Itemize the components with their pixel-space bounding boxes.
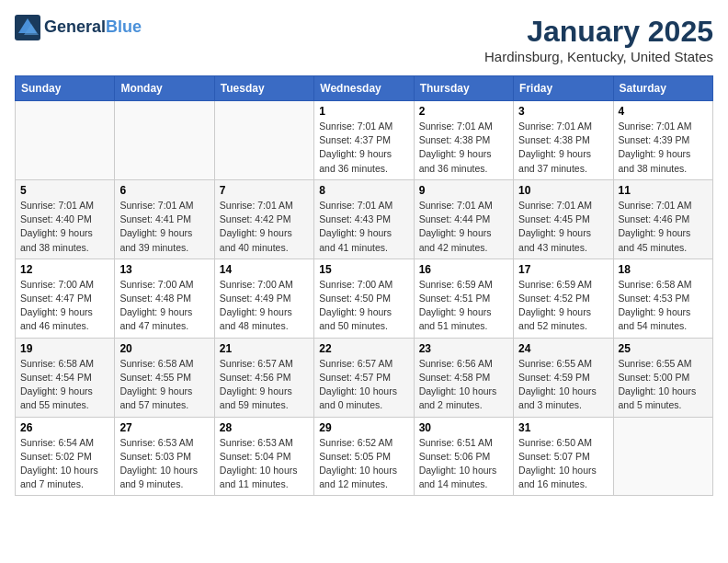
day-info: Sunrise: 6:58 AM Sunset: 4:55 PM Dayligh…	[119, 357, 209, 413]
day-info: Sunrise: 6:52 AM Sunset: 5:05 PM Dayligh…	[319, 436, 408, 492]
calendar-cell: 11Sunrise: 7:01 AM Sunset: 4:46 PM Dayli…	[613, 179, 712, 259]
calendar-cell: 4Sunrise: 7:01 AM Sunset: 4:39 PM Daylig…	[613, 101, 712, 180]
day-info: Sunrise: 7:01 AM Sunset: 4:38 PM Dayligh…	[518, 120, 608, 176]
header-saturday: Saturday	[613, 76, 712, 101]
page-header: GeneralBlue January 2025 Hardinsburg, Ke…	[15, 15, 713, 64]
day-info: Sunrise: 6:58 AM Sunset: 4:54 PM Dayligh…	[20, 357, 109, 413]
title-block: January 2025 Hardinsburg, Kentucky, Unit…	[484, 15, 713, 64]
calendar-cell: 25Sunrise: 6:55 AM Sunset: 5:00 PM Dayli…	[613, 338, 712, 417]
day-number: 9	[419, 184, 508, 197]
calendar-cell: 23Sunrise: 6:56 AM Sunset: 4:58 PM Dayli…	[414, 338, 513, 417]
calendar-cell: 27Sunrise: 6:53 AM Sunset: 5:03 PM Dayli…	[115, 417, 214, 496]
day-number: 8	[319, 184, 408, 197]
calendar-table: SundayMondayTuesdayWednesdayThursdayFrid…	[15, 75, 713, 496]
week-row-5: 26Sunrise: 6:54 AM Sunset: 5:02 PM Dayli…	[16, 417, 713, 496]
day-info: Sunrise: 6:56 AM Sunset: 4:58 PM Dayligh…	[419, 357, 508, 413]
day-info: Sunrise: 6:59 AM Sunset: 4:51 PM Dayligh…	[419, 278, 508, 334]
day-info: Sunrise: 7:01 AM Sunset: 4:37 PM Dayligh…	[319, 120, 408, 176]
calendar-cell: 24Sunrise: 6:55 AM Sunset: 4:59 PM Dayli…	[514, 338, 613, 417]
day-info: Sunrise: 6:51 AM Sunset: 5:06 PM Dayligh…	[419, 436, 508, 492]
calendar-cell: 1Sunrise: 7:01 AM Sunset: 4:37 PM Daylig…	[314, 101, 414, 180]
day-info: Sunrise: 7:01 AM Sunset: 4:46 PM Dayligh…	[619, 199, 708, 255]
week-row-3: 12Sunrise: 7:00 AM Sunset: 4:47 PM Dayli…	[16, 259, 713, 338]
day-number: 19	[20, 342, 109, 355]
day-info: Sunrise: 7:01 AM Sunset: 4:41 PM Dayligh…	[119, 199, 209, 255]
day-number: 18	[619, 263, 708, 276]
day-number: 20	[119, 342, 209, 355]
calendar-cell: 26Sunrise: 6:54 AM Sunset: 5:02 PM Dayli…	[16, 417, 115, 496]
calendar-cell: 16Sunrise: 6:59 AM Sunset: 4:51 PM Dayli…	[414, 259, 513, 338]
day-info: Sunrise: 6:58 AM Sunset: 4:53 PM Dayligh…	[619, 278, 708, 334]
day-number: 15	[319, 263, 408, 276]
day-number: 2	[419, 105, 508, 118]
header-sunday: Sunday	[16, 76, 115, 101]
day-info: Sunrise: 6:57 AM Sunset: 4:56 PM Dayligh…	[220, 357, 309, 413]
calendar-subtitle: Hardinsburg, Kentucky, United States	[484, 49, 713, 64]
day-number: 4	[619, 105, 708, 118]
day-info: Sunrise: 6:55 AM Sunset: 4:59 PM Dayligh…	[518, 357, 608, 413]
week-row-2: 5Sunrise: 7:01 AM Sunset: 4:40 PM Daylig…	[16, 179, 713, 259]
header-friday: Friday	[514, 76, 613, 101]
calendar-cell: 31Sunrise: 6:50 AM Sunset: 5:07 PM Dayli…	[514, 417, 613, 496]
logo-icon	[15, 15, 40, 40]
calendar-cell: 29Sunrise: 6:52 AM Sunset: 5:05 PM Dayli…	[314, 417, 414, 496]
day-number: 5	[20, 184, 109, 197]
day-number: 3	[518, 105, 608, 118]
day-number: 1	[319, 105, 408, 118]
day-info: Sunrise: 6:53 AM Sunset: 5:04 PM Dayligh…	[220, 436, 309, 492]
calendar-cell: 28Sunrise: 6:53 AM Sunset: 5:04 PM Dayli…	[214, 417, 313, 496]
day-number: 6	[119, 184, 209, 197]
day-number: 26	[20, 421, 109, 434]
calendar-cell: 12Sunrise: 7:00 AM Sunset: 4:47 PM Dayli…	[16, 259, 115, 338]
calendar-cell: 18Sunrise: 6:58 AM Sunset: 4:53 PM Dayli…	[613, 259, 712, 338]
header-tuesday: Tuesday	[214, 76, 313, 101]
day-number: 27	[119, 421, 209, 434]
day-info: Sunrise: 7:00 AM Sunset: 4:50 PM Dayligh…	[319, 278, 408, 334]
day-number: 13	[119, 263, 209, 276]
calendar-cell: 7Sunrise: 7:01 AM Sunset: 4:42 PM Daylig…	[214, 179, 313, 259]
day-number: 23	[419, 342, 508, 355]
header-monday: Monday	[115, 76, 214, 101]
calendar-cell: 19Sunrise: 6:58 AM Sunset: 4:54 PM Dayli…	[16, 338, 115, 417]
calendar-cell: 3Sunrise: 7:01 AM Sunset: 4:38 PM Daylig…	[514, 101, 613, 180]
day-info: Sunrise: 7:00 AM Sunset: 4:49 PM Dayligh…	[220, 278, 309, 334]
calendar-cell: 15Sunrise: 7:00 AM Sunset: 4:50 PM Dayli…	[314, 259, 414, 338]
day-info: Sunrise: 7:01 AM Sunset: 4:45 PM Dayligh…	[518, 199, 608, 255]
day-number: 30	[419, 421, 508, 434]
calendar-cell	[613, 417, 712, 496]
day-info: Sunrise: 6:54 AM Sunset: 5:02 PM Dayligh…	[20, 436, 109, 492]
calendar-cell: 6Sunrise: 7:01 AM Sunset: 4:41 PM Daylig…	[115, 179, 214, 259]
calendar-cell: 30Sunrise: 6:51 AM Sunset: 5:06 PM Dayli…	[414, 417, 513, 496]
calendar-cell	[214, 101, 313, 180]
calendar-cell: 5Sunrise: 7:01 AM Sunset: 4:40 PM Daylig…	[16, 179, 115, 259]
calendar-cell: 17Sunrise: 6:59 AM Sunset: 4:52 PM Dayli…	[514, 259, 613, 338]
day-number: 10	[518, 184, 608, 197]
day-number: 31	[518, 421, 608, 434]
header-wednesday: Wednesday	[314, 76, 414, 101]
day-number: 29	[319, 421, 408, 434]
logo: GeneralBlue	[15, 15, 142, 40]
day-info: Sunrise: 6:53 AM Sunset: 5:03 PM Dayligh…	[119, 436, 209, 492]
day-number: 14	[220, 263, 309, 276]
calendar-header-row: SundayMondayTuesdayWednesdayThursdayFrid…	[16, 76, 713, 101]
calendar-cell: 20Sunrise: 6:58 AM Sunset: 4:55 PM Dayli…	[115, 338, 214, 417]
calendar-cell: 10Sunrise: 7:01 AM Sunset: 4:45 PM Dayli…	[514, 179, 613, 259]
day-info: Sunrise: 7:01 AM Sunset: 4:44 PM Dayligh…	[419, 199, 508, 255]
week-row-1: 1Sunrise: 7:01 AM Sunset: 4:37 PM Daylig…	[16, 101, 713, 180]
day-info: Sunrise: 7:01 AM Sunset: 4:38 PM Dayligh…	[419, 120, 508, 176]
calendar-cell: 2Sunrise: 7:01 AM Sunset: 4:38 PM Daylig…	[414, 101, 513, 180]
day-info: Sunrise: 7:01 AM Sunset: 4:39 PM Dayligh…	[619, 120, 708, 176]
day-number: 28	[220, 421, 309, 434]
calendar-title: January 2025	[484, 15, 713, 49]
day-number: 21	[220, 342, 309, 355]
day-info: Sunrise: 7:01 AM Sunset: 4:40 PM Dayligh…	[20, 199, 109, 255]
calendar-cell: 9Sunrise: 7:01 AM Sunset: 4:44 PM Daylig…	[414, 179, 513, 259]
day-info: Sunrise: 7:01 AM Sunset: 4:42 PM Dayligh…	[220, 199, 309, 255]
day-info: Sunrise: 6:57 AM Sunset: 4:57 PM Dayligh…	[319, 357, 408, 413]
calendar-cell	[115, 101, 214, 180]
day-number: 16	[419, 263, 508, 276]
day-info: Sunrise: 7:01 AM Sunset: 4:43 PM Dayligh…	[319, 199, 408, 255]
day-number: 7	[220, 184, 309, 197]
day-number: 25	[619, 342, 708, 355]
day-number: 17	[518, 263, 608, 276]
